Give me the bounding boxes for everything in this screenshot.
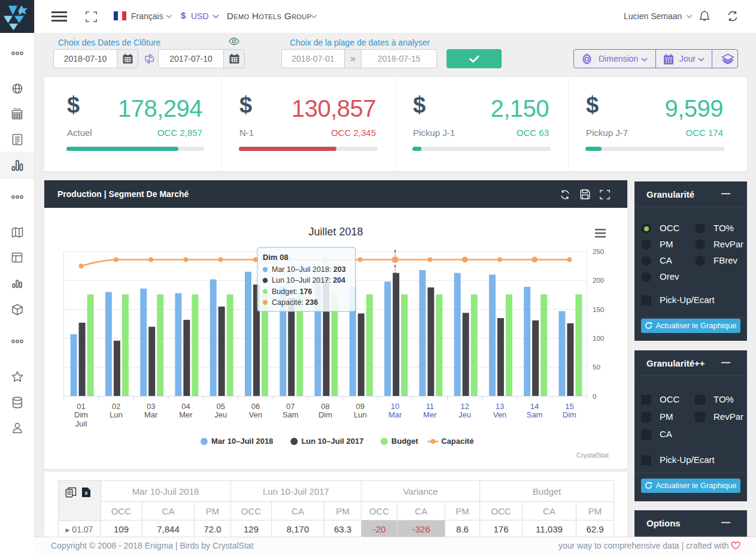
svg-text:14: 14 [530, 402, 539, 411]
svg-text:200: 200 [593, 277, 604, 284]
svg-text:Mar: Mar [388, 410, 402, 419]
svg-text:10: 10 [391, 402, 399, 411]
svg-text:Jeu: Jeu [214, 410, 227, 419]
svg-text:Ven: Ven [493, 410, 506, 419]
svg-text:08: 08 [321, 402, 329, 411]
svg-text:15: 15 [565, 402, 573, 411]
svg-text:01: 01 [77, 402, 85, 411]
svg-text:Lun: Lun [110, 410, 123, 419]
svg-text:Dim: Dim [74, 410, 88, 419]
svg-text:11: 11 [426, 402, 435, 411]
svg-text:Ven: Ven [249, 410, 262, 419]
svg-text:Juil: Juil [75, 419, 87, 428]
svg-text:50: 50 [593, 364, 600, 371]
svg-text:100: 100 [593, 335, 604, 342]
svg-text:x: x [84, 490, 87, 496]
svg-text:Mar 10–Juil 2018: Mar 10–Juil 2018 [211, 437, 273, 446]
svg-text:Dim: Dim [563, 410, 576, 419]
svg-text:150: 150 [593, 306, 604, 313]
svg-text:12: 12 [460, 402, 469, 411]
svg-text:Lun 10–Juil 2017: Lun 10–Juil 2017 [301, 437, 363, 446]
svg-text:Mer: Mer [179, 410, 193, 419]
svg-text:Dim: Dim [318, 410, 332, 419]
svg-text:02: 02 [112, 402, 120, 411]
svg-text:0: 0 [593, 393, 596, 400]
svg-text:Capacité: 236: Capacité: 236 [272, 298, 318, 307]
svg-text:Budget: 176: Budget: 176 [272, 287, 312, 296]
svg-text:Sam: Sam [527, 410, 543, 419]
svg-text:13: 13 [496, 402, 504, 411]
svg-text:Lun: Lun [354, 410, 367, 419]
svg-text:Budget: Budget [391, 437, 418, 446]
svg-text:Mar: Mar [144, 410, 158, 419]
svg-text:06: 06 [251, 402, 260, 411]
svg-text:Lun 10–Juil 2017: 204: Lun 10–Juil 2017: 204 [272, 276, 345, 284]
svg-text:04: 04 [181, 402, 190, 411]
svg-text:Jeu: Jeu [459, 410, 471, 419]
svg-text:Sam: Sam [283, 410, 299, 419]
svg-text:Juillet 2018: Juillet 2018 [308, 226, 363, 238]
svg-text:Capacité: Capacité [441, 437, 473, 446]
svg-text:Mar 10–Juil 2018: 203: Mar 10–Juil 2018: 203 [272, 265, 346, 274]
svg-text:09: 09 [356, 402, 365, 411]
svg-text:05: 05 [216, 402, 224, 411]
svg-text:07: 07 [286, 402, 294, 411]
svg-text:03: 03 [147, 402, 155, 411]
svg-text:Dim 08: Dim 08 [263, 253, 289, 262]
svg-text:Mer: Mer [423, 410, 437, 419]
svg-text:250: 250 [593, 248, 604, 255]
